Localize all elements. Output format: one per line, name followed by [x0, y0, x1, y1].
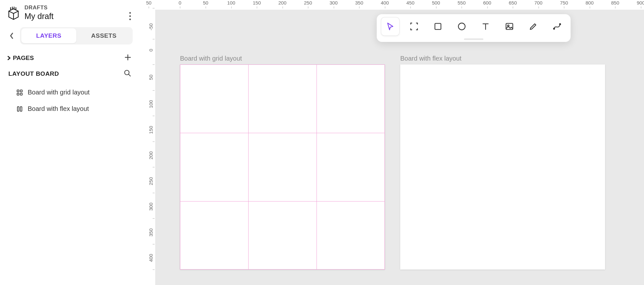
svg-rect-5 [20, 90, 22, 92]
ruler-h-tick: 50 [203, 0, 208, 5]
tool-pointer[interactable] [381, 17, 399, 35]
back-button[interactable] [6, 27, 17, 45]
tool-ellipse[interactable] [453, 17, 471, 35]
ruler-h-tick: 650 [509, 0, 517, 5]
tab-segment: LAYERS ASSETS [20, 27, 133, 44]
tool-curve[interactable] [548, 17, 566, 35]
svg-point-2 [129, 19, 131, 20]
svg-point-1 [129, 15, 131, 17]
sidebar: DRAFTS My draft LAYERS ASSETS PAGES LAYO… [0, 0, 138, 285]
layer-label: Board with grid layout [28, 89, 90, 96]
svg-rect-8 [17, 107, 19, 111]
svg-rect-6 [17, 93, 19, 95]
ruler-h-tick: 700 [534, 0, 542, 5]
grid-layout-icon [16, 89, 23, 96]
tool-frame[interactable] [405, 17, 423, 35]
app-logo-icon[interactable] [6, 5, 21, 21]
svg-rect-9 [20, 107, 22, 111]
ruler-h-tick: 550 [458, 0, 466, 5]
ruler-horizontal[interactable]: 5005010015020025030035040045050055060065… [155, 0, 644, 10]
ruler-h-tick: 0 [179, 0, 181, 5]
ruler-h-tick: 100 [227, 0, 235, 5]
ruler-v-tick: 250 [148, 177, 154, 190]
tab-assets[interactable]: ASSETS [76, 28, 131, 43]
board-label-grid[interactable]: Board with grid layout [180, 55, 242, 62]
ruler-h-tick: 200 [278, 0, 286, 5]
ruler-h-tick: 300 [329, 0, 337, 5]
ruler-v-tick: 400 [148, 254, 154, 267]
ruler-vertical[interactable]: 50-50050100150200250300350400 [138, 10, 155, 285]
svg-rect-4 [17, 90, 19, 92]
ruler-h-tick: 600 [483, 0, 491, 5]
pages-label-text: PAGES [13, 54, 34, 62]
ruler-h-tick: 450 [406, 0, 414, 5]
ruler-h-tick: 250 [304, 0, 312, 5]
svg-rect-7 [20, 93, 22, 95]
svg-point-0 [129, 12, 131, 14]
grid-line-v2 [317, 64, 317, 270]
ruler-v-tick: 200 [148, 152, 154, 164]
ruler-v-tick: 300 [148, 203, 154, 216]
ruler-h-tick: 350 [355, 0, 363, 5]
tool-image[interactable] [500, 17, 518, 35]
grid-line-v1 [248, 64, 249, 270]
svg-point-11 [459, 23, 465, 30]
pages-header: PAGES [0, 48, 138, 65]
breadcrumb-section[interactable]: DRAFTS [24, 5, 53, 11]
board-grid[interactable] [180, 64, 385, 270]
ruler-v-tick: 350 [148, 228, 154, 241]
sidebar-header: DRAFTS My draft [0, 2, 138, 25]
ruler-h-tick: 850 [611, 0, 619, 5]
pages-toggle[interactable]: PAGES [7, 54, 34, 62]
layer-item-grid[interactable]: Board with grid layout [0, 84, 138, 101]
grid-outline [180, 64, 385, 270]
canvas-viewport[interactable]: Board with grid layout Board with flex l… [155, 10, 644, 285]
svg-point-14 [554, 28, 555, 29]
ruler-v-tick: 100 [148, 100, 154, 113]
ruler-v-tick: -50 [148, 23, 154, 36]
grid-line-h1 [180, 133, 385, 133]
flex-layout-icon [16, 105, 23, 113]
ruler-h-tick: 400 [381, 0, 389, 5]
canvas-area: 5005010015020025030035040045050055060065… [138, 0, 644, 285]
ruler-h-tick: 900 [637, 0, 644, 5]
board-label-flex[interactable]: Board with flex layout [400, 55, 461, 62]
tool-text[interactable] [477, 17, 495, 35]
layer-label: Board with flex layout [28, 105, 89, 113]
tab-layers[interactable]: LAYERS [21, 28, 76, 43]
add-page-button[interactable] [124, 54, 131, 62]
ruler-h-tick: 750 [560, 0, 568, 5]
tool-pen[interactable] [524, 17, 542, 35]
ruler-h-tick: 800 [585, 0, 593, 5]
file-title[interactable]: My draft [24, 12, 53, 21]
ruler-v-tick: 0 [148, 49, 154, 62]
search-layers-button[interactable] [124, 69, 131, 78]
ruler-v-tick: 50 [148, 74, 154, 87]
svg-point-15 [560, 24, 561, 25]
ruler-h-tick: 500 [432, 0, 440, 5]
ruler-h-tick: 150 [253, 0, 261, 5]
toolbar-drag-handle[interactable] [464, 38, 483, 40]
sidebar-tabs: LAYERS ASSETS [0, 25, 138, 48]
ruler-v-tick: 150 [148, 126, 154, 139]
file-menu-button[interactable] [129, 12, 131, 22]
ruler-v-tick: 50 [148, 0, 154, 5]
svg-rect-10 [435, 24, 441, 30]
svg-rect-12 [506, 24, 513, 30]
layer-item-flex[interactable]: Board with flex layout [0, 101, 138, 117]
tool-rectangle[interactable] [429, 17, 447, 35]
page-name: LAYOUT BOARD [8, 70, 59, 77]
grid-line-h2 [180, 201, 385, 201]
shape-toolbar[interactable] [377, 14, 571, 42]
board-flex[interactable] [400, 64, 605, 270]
page-item[interactable]: LAYOUT BOARD [0, 65, 138, 84]
